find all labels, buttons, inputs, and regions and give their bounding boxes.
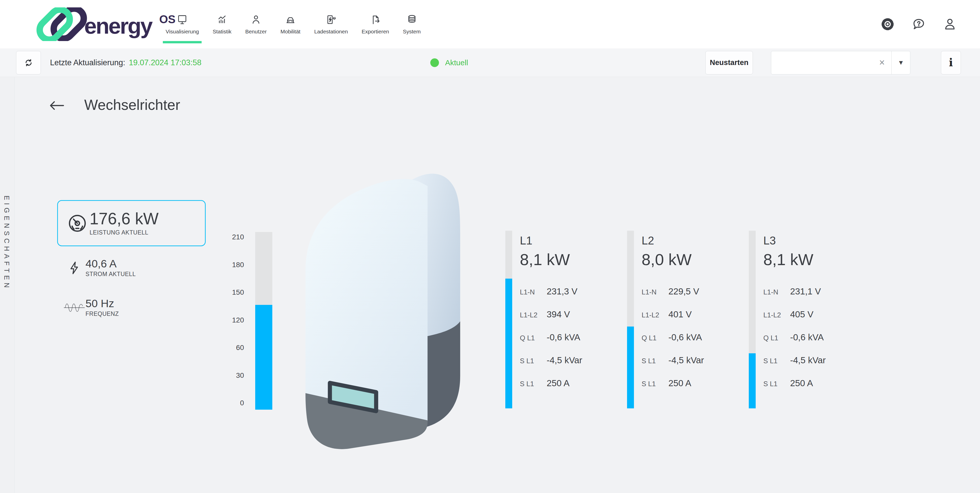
phase-label: L3 [763,234,865,247]
measurement-label: S L1 [641,357,668,365]
current-property-row[interactable]: 40,6 A STROM AKTUELL [63,258,136,277]
help-button[interactable] [911,17,926,32]
account-button[interactable] [942,17,958,32]
logo-wordmark: energy [84,13,153,38]
device-select[interactable]: × ▼ [771,51,910,75]
clear-icon[interactable]: × [879,51,891,74]
measurement-value: 231,3 V [547,286,578,296]
phase-readings-l1: L1 8,1 kW L1-N 231,3 V L1-L2 394 V [520,231,622,408]
energyos-logo[interactable]: energy OS [30,7,178,41]
logo-mark [36,7,88,41]
status-toolbar: Letzte Aktualisierung: 19.07.2024 17:03:… [0,48,980,77]
speedometer-icon [65,213,89,233]
nav-item-exportieren[interactable]: Exportieren [355,0,396,48]
phase-measurement-row: S L1 -4,5 kVar [763,355,865,367]
top-navigation-bar: energy OS Visualisierung Statistik [0,0,980,49]
scale-tick-label: 0 [220,399,244,407]
phase-measurement-row: L1-L2 394 V [520,309,622,321]
toolbar-actions: Neustarten × ▼ i [705,51,961,75]
measurement-value: 250 A [547,378,570,388]
phase-measurement-row: L1-N 231,1 V [763,286,865,298]
phase-gauge-l2 [627,231,634,408]
scale-tick-label: 60 [220,344,244,352]
measurement-label: L1-N [763,288,790,296]
inverter-detail-page: EIGENSCHAFTEN Wechselrichter 176,6 kW [0,77,980,493]
car-icon [285,14,296,25]
measurement-value: 250 A [790,378,813,388]
power-gauge-bar [255,232,272,410]
frequency-label: FREQUENZ [86,311,119,317]
phase-readings-l2: L2 8,0 kW L1-N 229,5 V L1-L2 401 V [641,231,744,408]
charging-station-icon [325,14,337,25]
phase-power-value: 8,1 kW [520,251,622,268]
phase-column-l3: L3 8,1 kW L1-N 231,1 V L1-L2 405 V [749,231,865,408]
scale-tick-label: 210 [220,233,244,241]
properties-drawer-tab[interactable]: EIGENSCHAFTEN [3,195,11,291]
measurement-label: L1-N [520,288,547,296]
user-icon [250,14,262,25]
nav-item-benutzer[interactable]: Benutzer [239,0,274,48]
measurement-value: 229,5 V [668,286,699,296]
export-document-icon [369,14,381,25]
phase-measurement-row: S L1 -4,5 kVar [520,355,622,367]
statistics-icon [216,14,228,25]
phase-power-value: 8,0 kW [641,251,744,268]
power-gauge-scale: 210 180 150 120 60 30 0 [220,232,244,410]
current-property-text: 40,6 A STROM AKTUELL [86,258,136,277]
frequency-property-text: 50 Hz FREQUENZ [86,298,119,317]
nav-label: Mobilität [280,29,301,35]
nav-item-system[interactable]: System [396,0,428,48]
restart-button[interactable]: Neustarten [705,51,753,75]
frequency-property-row[interactable]: 50 Hz FREQUENZ [63,298,119,317]
measurement-value: 401 V [668,309,692,319]
back-arrow-icon [49,100,65,111]
refresh-button[interactable] [16,51,41,75]
chevron-down-icon[interactable]: ▼ [892,51,910,74]
measurement-value: -0,6 kVA [790,332,824,342]
power-value: 176,6 kW [89,210,159,227]
phase-column-l1: L1 8,1 kW L1-N 231,3 V L1-L2 394 V [505,231,622,408]
current-value: 40,6 A [86,258,136,269]
phase-measurement-row: S L1 250 A [520,378,622,390]
measurement-label: L1-L2 [763,311,790,319]
last-update-value: 19.07.2024 17:03:58 [129,58,201,67]
settings-button[interactable] [880,17,895,32]
nav-item-visualisierung[interactable]: Visualisierung [159,0,206,48]
sine-wave-icon [63,301,86,315]
measurement-value: -4,5 kVar [668,355,704,365]
device-select-value [771,51,879,74]
gear-icon [880,17,895,31]
measurement-label: S L1 [641,380,668,388]
phase-measurement-row: Q L1 -0,6 kVA [763,332,865,344]
phase-gauge-fill [505,279,512,408]
measurement-label: S L1 [763,357,790,365]
nav-label: Ladestationen [314,29,348,35]
power-property-card[interactable]: 176,6 kW LEISTUNG AKTUELL [57,200,206,246]
nav-label: System [403,29,421,35]
measurement-label: L1-N [641,288,668,296]
phase-measurement-row: Q L1 -0,6 kVA [520,332,622,344]
nav-item-ladestationen[interactable]: Ladestationen [307,0,355,48]
nav-item-mobilitaet[interactable]: Mobilität [274,0,307,48]
nav-label: Visualisierung [165,29,199,35]
measurement-label: Q L1 [520,334,547,342]
connection-status: Aktuell [430,59,468,67]
phase-measurement-row: Q L1 -0,6 kVA [641,332,744,344]
phase-measurement-row: L1-N 229,5 V [641,286,744,298]
measurement-value: -4,5 kVar [547,355,582,365]
phase-label: L2 [641,234,744,247]
phase-measurement-row: L1-L2 401 V [641,309,744,321]
measurement-value: 231,1 V [790,286,821,296]
nav-item-statistik[interactable]: Statistik [206,0,239,48]
database-icon [406,14,418,25]
back-button[interactable] [48,98,66,113]
measurement-label: S L1 [520,380,547,388]
nav-label: Statistik [213,29,231,35]
phase-measurement-row: L1-L2 405 V [763,309,865,321]
phase-measurement-row: L1-N 231,3 V [520,286,622,298]
nav-label: Benutzer [245,29,267,35]
measurement-label: Q L1 [763,334,790,342]
phase-gauge-fill [749,353,756,408]
info-button[interactable]: i [941,51,961,75]
phase-measurement-row: S L1 250 A [641,378,744,390]
